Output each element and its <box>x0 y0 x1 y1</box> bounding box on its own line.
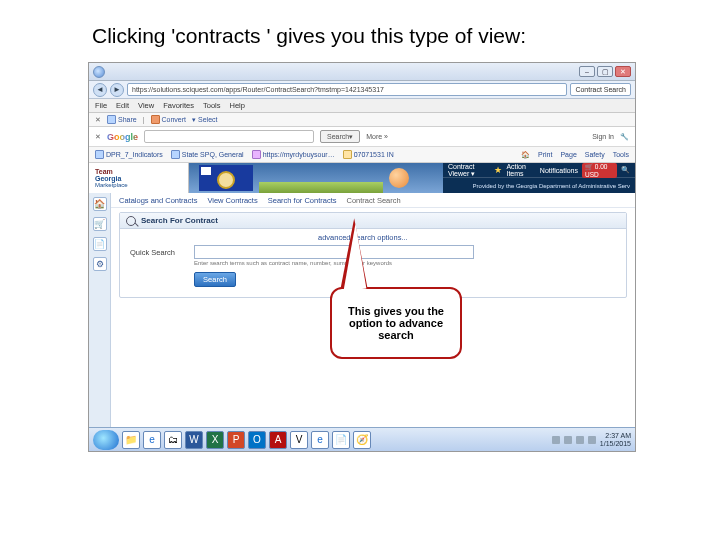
wrench-icon[interactable]: 🔧 <box>620 133 629 141</box>
breadcrumb: Catalogs and Contracts View Contracts Se… <box>111 193 635 208</box>
taskbar-app[interactable]: 📁 <box>122 431 140 449</box>
contract-viewer-dropdown[interactable]: Contract Viewer ▾ <box>448 163 490 178</box>
cmd-safety[interactable]: Safety <box>585 151 605 158</box>
annotation-callout: This gives you the option to advance sea… <box>330 287 462 359</box>
back-button[interactable]: ◄ <box>93 83 107 97</box>
menu-edit[interactable]: Edit <box>116 101 129 110</box>
bookmark-item[interactable]: https://myrdybuysour… <box>252 150 335 159</box>
menu-help[interactable]: Help <box>230 101 245 110</box>
crumb-item[interactable]: Catalogs and Contracts <box>119 196 197 205</box>
url-input[interactable]: https://solutions.sciquest.com/apps/Rout… <box>127 83 567 96</box>
cmd-page[interactable]: Page <box>560 151 576 158</box>
bookmarks-bar: DPR_7_Indicators State SPQ, General http… <box>89 147 635 163</box>
menu-favorites[interactable]: Favorites <box>163 101 194 110</box>
taskbar-ppt[interactable]: P <box>227 431 245 449</box>
action-items-link[interactable]: Action Items <box>506 163 535 177</box>
forward-button[interactable]: ► <box>110 83 124 97</box>
bookmark-item[interactable]: 07071531 IN <box>343 150 394 159</box>
notifications-link[interactable]: Notifications <box>540 167 578 174</box>
system-tray: 2:37 AM 1/15/2015 <box>552 432 631 448</box>
taskbar: 📁 e 🗂 W X P O A V e 📄 🧭 2:37 AM 1/15/201… <box>89 427 635 451</box>
taskbar-app[interactable]: 🗂 <box>164 431 182 449</box>
banner-image <box>189 163 443 193</box>
ie-icon <box>93 66 105 78</box>
rail-settings-icon[interactable]: ⚙ <box>93 257 107 271</box>
search-icon <box>126 216 136 226</box>
taskbar-app[interactable]: 📄 <box>332 431 350 449</box>
google-signin[interactable]: Sign In <box>592 133 614 140</box>
banner-right: Contract Viewer ▾ ★ Action Items Notific… <box>443 163 635 193</box>
quick-search-hint: Enter search terms such as contract name… <box>194 260 616 266</box>
search-panel: Search For Contract advanced search opti… <box>119 212 627 298</box>
cart-amount[interactable]: 🛒 0.00 USD <box>582 163 617 178</box>
taskbar-app[interactable]: V <box>290 431 308 449</box>
bookmark-item[interactable]: State SPQ, General <box>171 150 244 159</box>
taskbar-excel[interactable]: X <box>206 431 224 449</box>
quick-search-label: Quick Search <box>130 248 188 257</box>
cmd-home[interactable]: 🏠 <box>521 151 530 159</box>
taskbar-app[interactable]: 🧭 <box>353 431 371 449</box>
share-row: ✕ Share | Convert ▾ Select <box>89 113 635 127</box>
left-rail: 🏠 🛒 📄 ⚙ <box>89 193 111 451</box>
bookmark-item[interactable]: DPR_7_Indicators <box>95 150 163 159</box>
taskbar-ie[interactable]: e <box>311 431 329 449</box>
panel-header: Search For Contract <box>120 213 626 229</box>
search-icon[interactable]: 🔍 <box>621 166 630 174</box>
taskbar-app[interactable]: e <box>143 431 161 449</box>
panel-title: Search For Contract <box>141 216 218 225</box>
google-search-input[interactable] <box>144 130 314 143</box>
menu-file[interactable]: File <box>95 101 107 110</box>
quick-search-input[interactable] <box>194 245 474 259</box>
window-titlebar: – ▢ ✕ <box>89 63 635 81</box>
rail-cart-icon[interactable]: 🛒 <box>93 217 107 231</box>
crumb-item[interactable]: Search for Contracts <box>268 196 337 205</box>
menu-tools[interactable]: Tools <box>203 101 221 110</box>
close-button[interactable]: ✕ <box>615 66 631 77</box>
select-link[interactable]: ▾ Select <box>192 116 217 124</box>
slide-title: Clicking 'contracts ' gives you this typ… <box>92 24 526 48</box>
convert-link[interactable]: Convert <box>151 115 187 124</box>
google-more[interactable]: More » <box>366 133 388 140</box>
provided-by-text: Provided by the Georgia Department of Ad… <box>473 183 630 189</box>
star-icon[interactable]: ★ <box>494 165 502 175</box>
advanced-search-link[interactable]: advanced search options... <box>318 233 408 242</box>
menu-view[interactable]: View <box>138 101 154 110</box>
tray-icon[interactable] <box>552 436 560 444</box>
rail-doc-icon[interactable]: 📄 <box>93 237 107 251</box>
taskbar-pdf[interactable]: A <box>269 431 287 449</box>
app-banner: Team Georgia Marketplace Contract Viewer… <box>89 163 635 193</box>
minimize-button[interactable]: – <box>579 66 595 77</box>
maximize-button[interactable]: ▢ <box>597 66 613 77</box>
taskbar-outlook[interactable]: O <box>248 431 266 449</box>
start-button[interactable] <box>93 430 119 450</box>
tray-icon[interactable] <box>588 436 596 444</box>
share-link[interactable]: Share <box>107 115 137 124</box>
tray-icon[interactable] <box>564 436 572 444</box>
crumb-item: Contract Search <box>346 196 400 205</box>
google-search-button[interactable]: Search ▾ <box>320 130 360 143</box>
google-logo: Google <box>107 132 138 142</box>
cmd-print[interactable]: Print <box>538 151 552 158</box>
taskbar-clock[interactable]: 2:37 AM 1/15/2015 <box>600 432 631 448</box>
brand-logo: Team Georgia Marketplace <box>89 163 189 193</box>
cmd-tools[interactable]: Tools <box>613 151 629 158</box>
crumb-item[interactable]: View Contracts <box>207 196 257 205</box>
browser-tab[interactable]: Contract Search <box>570 83 631 96</box>
google-toolbar: ✕ Google Search ▾ More » Sign In 🔧 <box>89 127 635 147</box>
rail-home-icon[interactable]: 🏠 <box>93 197 107 211</box>
tray-icon[interactable] <box>576 436 584 444</box>
search-button[interactable]: Search <box>194 272 236 287</box>
taskbar-word[interactable]: W <box>185 431 203 449</box>
browser-menu-bar: File Edit View Favorites Tools Help <box>89 99 635 113</box>
address-bar-row: ◄ ► https://solutions.sciquest.com/apps/… <box>89 81 635 99</box>
